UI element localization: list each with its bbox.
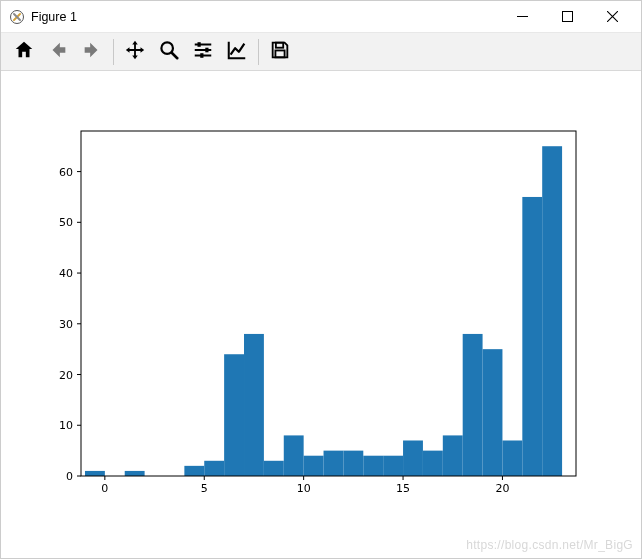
move-icon: [124, 39, 146, 64]
x-tick-label: 10: [297, 482, 311, 495]
svg-rect-6: [276, 43, 283, 48]
bar: [483, 349, 503, 476]
chart-line-icon: [226, 39, 248, 64]
home-icon: [13, 39, 35, 64]
y-tick-label: 50: [59, 216, 73, 229]
plot-canvas[interactable]: 051015200102030405060 https://blog.csdn.…: [1, 71, 641, 558]
bar: [363, 456, 383, 476]
bar: [224, 354, 244, 476]
bar: [423, 451, 443, 476]
sliders-icon: [192, 39, 214, 64]
y-tick-label: 20: [59, 369, 73, 382]
figure-window: Figure 1: [0, 0, 642, 559]
svg-rect-7: [275, 50, 284, 57]
histogram-plot: 051015200102030405060: [1, 71, 641, 558]
y-tick-label: 40: [59, 267, 73, 280]
bar: [343, 451, 363, 476]
bar: [125, 471, 145, 476]
y-tick-label: 60: [59, 166, 73, 179]
zoom-button[interactable]: [152, 36, 186, 68]
bar: [85, 471, 105, 476]
matplotlib-toolbar: [1, 33, 641, 71]
bar: [304, 456, 324, 476]
app-icon: [9, 9, 25, 25]
bar: [244, 334, 264, 476]
titlebar: Figure 1: [1, 1, 641, 33]
bar: [403, 440, 423, 476]
forward-button[interactable]: [75, 36, 109, 68]
y-tick-label: 0: [66, 470, 73, 483]
bar: [184, 466, 204, 476]
bar: [324, 451, 344, 476]
bar: [443, 435, 463, 476]
bar: [502, 440, 522, 476]
bar: [383, 456, 403, 476]
zoom-icon: [158, 39, 180, 64]
home-button[interactable]: [7, 36, 41, 68]
pan-button[interactable]: [118, 36, 152, 68]
svg-rect-3: [198, 42, 201, 47]
x-tick-label: 5: [201, 482, 208, 495]
back-button[interactable]: [41, 36, 75, 68]
arrow-left-icon: [47, 39, 69, 64]
svg-rect-1: [563, 12, 573, 22]
y-tick-label: 10: [59, 419, 73, 432]
save-icon: [269, 39, 291, 64]
x-tick-label: 15: [396, 482, 410, 495]
close-button[interactable]: [590, 3, 635, 31]
minimize-button[interactable]: [500, 3, 545, 31]
svg-rect-5: [200, 53, 203, 58]
window-title: Figure 1: [31, 10, 77, 24]
y-tick-label: 30: [59, 318, 73, 331]
x-tick-label: 0: [101, 482, 108, 495]
bar: [264, 461, 284, 476]
configure-subplots-button[interactable]: [186, 36, 220, 68]
bar: [284, 435, 304, 476]
save-button[interactable]: [263, 36, 297, 68]
bar: [542, 146, 562, 476]
bar: [522, 197, 542, 476]
bar: [463, 334, 483, 476]
bar: [204, 461, 224, 476]
toolbar-separator: [113, 39, 114, 65]
svg-rect-4: [205, 48, 208, 53]
edit-axis-button[interactable]: [220, 36, 254, 68]
toolbar-separator: [258, 39, 259, 65]
x-tick-label: 20: [495, 482, 509, 495]
arrow-right-icon: [81, 39, 103, 64]
maximize-button[interactable]: [545, 3, 590, 31]
